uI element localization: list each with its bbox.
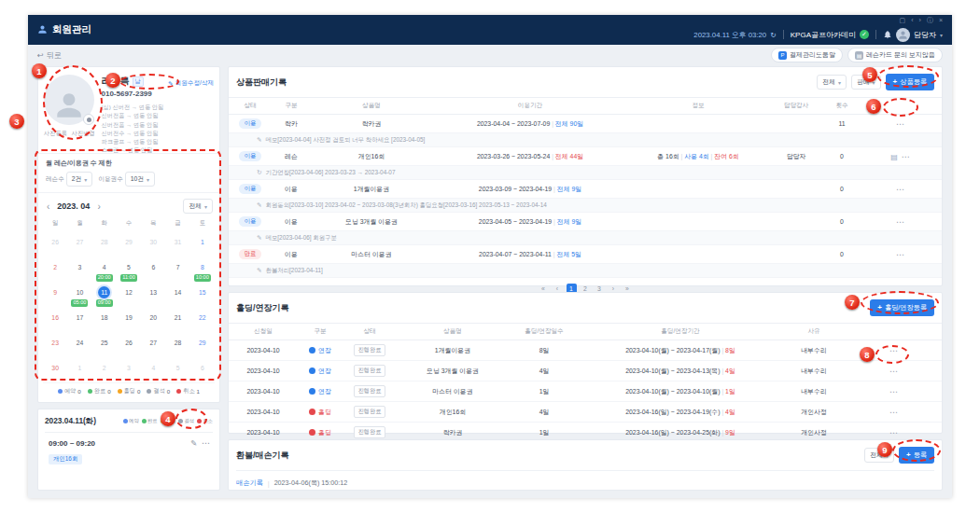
schedule-entry[interactable]: 09:00 ~ 09:20 ✎ ⋯ 개인16회	[45, 432, 213, 470]
refund-entry-link[interactable]: 매손기록	[236, 478, 263, 488]
calendar-day[interactable]: 26	[117, 330, 141, 355]
calendar-day[interactable]: 2	[43, 255, 67, 280]
close-icon[interactable]: ×	[939, 17, 943, 24]
info-icon[interactable]: ⓘ	[927, 17, 933, 24]
photo-upload-link[interactable]: 사진등록	[44, 130, 67, 138]
calendar-filter-value: 전체	[189, 201, 202, 211]
day-number: 1	[74, 362, 86, 374]
edit-icon[interactable]: ✎	[190, 438, 197, 448]
calendar-day[interactable]: 511:00	[117, 255, 141, 280]
calendar-day[interactable]: 4	[141, 355, 165, 381]
bell-icon[interactable]	[883, 26, 892, 43]
calendar-day[interactable]: 20	[141, 305, 165, 330]
calendar-day[interactable]: 29	[117, 229, 141, 255]
more-button[interactable]: ⋯	[889, 346, 899, 355]
calendar-day[interactable]: 1	[190, 229, 215, 255]
topbar-info-row: 2023.04.11 오후 03:20 ↻ KPGA골프아카데미 ✓ 담당자 ▾	[693, 26, 943, 43]
document-icon[interactable]: ▤	[890, 153, 898, 161]
refund-register-button[interactable]: + 등록	[899, 447, 934, 464]
limit-select[interactable]: 2건▾	[66, 172, 93, 187]
more-icon[interactable]: ⋯	[202, 438, 211, 448]
calendar-day[interactable]: 810:00	[190, 255, 215, 280]
calendar-day[interactable]: 1005:00	[67, 280, 91, 305]
calendar-day[interactable]: 24	[67, 330, 91, 355]
calendar-day[interactable]: 25	[92, 330, 117, 355]
lesson-card-notice-button[interactable]: ▤ 레슨카드 문의 보지않음	[847, 48, 943, 62]
calendar-day[interactable]: 19	[117, 305, 141, 330]
calendar-day[interactable]: 420:00	[92, 255, 117, 280]
grid-icon[interactable]: ▢	[900, 17, 906, 24]
day-number: 11	[98, 286, 110, 298]
holding-register-button[interactable]: + 홀딩/연장등록	[870, 299, 934, 316]
more-button[interactable]: ⋯	[896, 250, 905, 259]
calendar-day[interactable]: 28	[165, 330, 189, 355]
calendar-day[interactable]: 14	[165, 280, 189, 305]
payment-help-button[interactable]: P 결제관리도움말	[771, 48, 843, 62]
back-button[interactable]: ↩ 뒤로	[37, 50, 62, 61]
profile-photo[interactable]	[44, 75, 94, 125]
photo-change-link[interactable]: 사진변경	[72, 130, 95, 138]
calendar-day[interactable]: 6	[190, 355, 215, 381]
academy-name[interactable]: KPGA골프아카데미	[791, 30, 856, 40]
calendar-day[interactable]: 1	[67, 355, 91, 381]
holding-days-cell: 4일	[509, 402, 580, 423]
more-button[interactable]: ⋯	[889, 428, 899, 437]
day-number: 4	[147, 362, 160, 374]
calendar-day[interactable]: 2	[92, 355, 117, 381]
calendar-day[interactable]: 16	[43, 305, 67, 330]
calendar-day[interactable]: 9	[43, 280, 67, 305]
calendar-day[interactable]: 15	[190, 280, 215, 305]
calendar-prev-button[interactable]: ‹	[45, 201, 51, 212]
calendar-day[interactable]: 27	[141, 330, 165, 355]
day-number: 9	[49, 286, 62, 298]
avatar[interactable]	[896, 28, 910, 42]
more-button[interactable]: ⋯	[889, 387, 899, 396]
calendar-day[interactable]: 18	[92, 305, 117, 330]
member-edit-button[interactable]: ✎ 회원수정/삭제	[168, 79, 214, 88]
camera-icon[interactable]	[83, 114, 94, 125]
refresh-icon[interactable]: ↻	[770, 31, 777, 39]
calendar-day[interactable]: 28	[92, 229, 117, 255]
limit-select[interactable]: 10건▾	[125, 172, 155, 187]
chevron-left-icon[interactable]: ‹	[911, 17, 913, 24]
calendar-day[interactable]: 26	[43, 229, 67, 255]
calendar-day[interactable]: 5	[165, 355, 189, 381]
calendar-day[interactable]: 23	[43, 330, 67, 355]
more-button[interactable]: ⋯	[896, 217, 905, 227]
more-button[interactable]: ⋯	[889, 367, 899, 376]
legend-item: 취소1	[176, 387, 200, 395]
calendar-day[interactable]: 30	[141, 229, 165, 255]
calendar-day[interactable]: 6	[141, 255, 165, 280]
calendar-day[interactable]: 7	[165, 255, 189, 280]
sales-filter-all[interactable]: 전체 ▾	[817, 75, 847, 90]
refund-filter-select[interactable]: 전체 ▾	[864, 448, 894, 463]
sales-filter-type[interactable]: 판매 ▾	[851, 75, 881, 90]
calendar-day[interactable]: 31	[165, 229, 189, 255]
calendar-day[interactable]: 21	[165, 305, 189, 330]
day-number: 6	[147, 261, 160, 273]
more-button[interactable]: ⋯	[902, 152, 911, 161]
calendar-day[interactable]: 27	[67, 229, 91, 255]
chevron-right-icon[interactable]: ›	[919, 17, 921, 24]
calendar-day[interactable]: 29	[190, 330, 215, 355]
product-register-button[interactable]: + 상품등록	[886, 74, 934, 90]
calendar-day[interactable]: 30	[43, 355, 67, 381]
calendar-filter-select[interactable]: 전체 ▾	[183, 199, 213, 214]
calendar-day[interactable]: 13	[141, 280, 165, 305]
calendar-day[interactable]: 1109:00	[92, 280, 117, 305]
sales-status-cell: 이용	[229, 213, 272, 231]
more-button[interactable]: ⋯	[889, 408, 899, 417]
holding-period-cell: 2023-04-10(월) ~ 2023-04-17(월) | 8일	[580, 340, 781, 361]
more-button[interactable]: ⋯	[896, 185, 905, 194]
sales-actions-cell: ▤⋯	[860, 147, 942, 166]
calendar-day[interactable]: 3	[67, 255, 91, 280]
member-name-row: 리슨특 남	[102, 75, 164, 88]
calendar-next-button[interactable]: ›	[95, 201, 102, 212]
schedule-card: 2023.04.11(화) 예약완료홀딩결석취소 09:00 ~ 09:20 ✎…	[37, 409, 220, 491]
day-number: 15	[196, 286, 208, 298]
calendar-day[interactable]: 3	[117, 355, 141, 381]
more-button[interactable]: ⋯	[896, 119, 905, 129]
calendar-day[interactable]: 12	[117, 280, 141, 305]
calendar-day[interactable]: 17	[67, 305, 91, 330]
calendar-day[interactable]: 22	[190, 305, 215, 330]
